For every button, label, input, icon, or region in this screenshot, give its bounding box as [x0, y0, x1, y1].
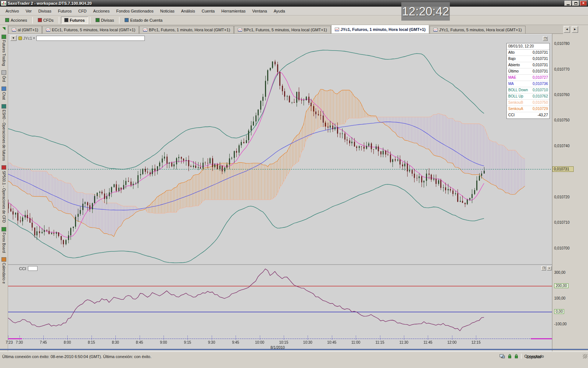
info-label: Alto [508, 50, 514, 56]
time-axis-tick [187, 336, 188, 340]
chart-menu-dropdown-button[interactable]: ▼ [10, 35, 17, 41]
info-value: -43,27 [538, 112, 548, 118]
cci-parameter-input[interactable] [28, 266, 37, 271]
sidebar-item-forex-board[interactable]: Forex Board [1, 227, 6, 253]
panel-collapse-icon[interactable]: ◥ [2, 26, 5, 31]
chart-tab-ecc1-futuros-5-minutos-hora-loca[interactable]: ECc1, Futuros, 5 minutos, Hora local (GM… [42, 26, 139, 33]
cci-axis-label: 100,00 [554, 296, 566, 300]
info-row-boll-up: BOLL Up0,010762 [507, 93, 549, 100]
menu-divisas[interactable]: Divisas [35, 8, 54, 14]
chart-tab-jyc1-futuros-1-minuto-hora-local[interactable]: JYc1, Futuros, 1 minuto, Hora local (GMT… [331, 25, 429, 33]
close-button[interactable]: × [580, 1, 587, 6]
tab-label: ECc1, Futuros, 5 minutos, Hora local (GM… [52, 28, 135, 32]
saxotrader-window: SaxoTrader 2 - workspace.DTS.7.100.IKH.2… [0, 0, 588, 368]
network-icon[interactable] [499, 354, 505, 358]
chart-icon [143, 28, 147, 32]
menu-archivo[interactable]: Archivo [2, 8, 22, 14]
sidebar-item-futures-trading[interactable]: Futures Trading [1, 35, 6, 66]
chart-tab-bpc1-futuros-1-minuto-hora-local[interactable]: BPc1, Futuros, 1 minuto, Hora local (GMT… [139, 26, 234, 33]
info-label: CCI [508, 112, 514, 118]
sidebar-item-esh0-operaciones-de-futuro[interactable]: ESH0 - Operaciones de futuros [1, 104, 6, 161]
time-axis-tick [380, 336, 380, 340]
time-axis-tick [164, 336, 164, 340]
sidebar-label: SP500.1 - Operaciones de CFD [2, 171, 6, 223]
language-indicator[interactable]: Español [526, 355, 541, 359]
minimize-button[interactable] [564, 1, 571, 6]
futures-trade-icon [1, 104, 6, 109]
lock-icon[interactable] [508, 354, 512, 358]
menu-analisis[interactable]: Análisis [178, 8, 198, 14]
axis-range-marker[interactable] [531, 338, 552, 339]
estado-de-cuenta-icon [125, 18, 129, 22]
menu-noticias[interactable]: Noticias [157, 8, 178, 14]
chart-tab-jyc1-futuros-5-minutos-hora-loca[interactable]: JYc1, Futuros, 5 minutos, Hora local (GM… [430, 26, 526, 33]
status-bar: Última conexión con éxito: 08-ene-2010 6… [0, 351, 588, 368]
price-pane-restore-button[interactable]: ❐ [543, 36, 548, 41]
resize-grip[interactable] [583, 354, 587, 358]
menu-acciones[interactable]: Acciones [90, 8, 113, 14]
info-value: 0,010710 [533, 87, 548, 93]
time-axis-baseline [8, 339, 552, 339]
chart-tab-strip: al (GMT+1)ECc1, Futuros, 5 minutos, Hora… [8, 25, 563, 34]
time-axis-tick [260, 336, 260, 340]
cci-chart-canvas[interactable] [8, 265, 552, 338]
cci-pane-restore-button[interactable]: ❐ [541, 266, 546, 270]
sidebar-item-chat[interactable]: Chat [1, 86, 6, 100]
info-value: 0,010762 [533, 93, 548, 99]
menu-fondos-gestionados[interactable]: Fondos Gestionados [113, 8, 157, 14]
price-chart-canvas[interactable] [8, 35, 552, 264]
menu-cuenta[interactable]: Cuenta [198, 8, 218, 14]
toolbar-acciones[interactable]: Acciones [2, 17, 31, 24]
cci-pane-close-button[interactable]: × [547, 266, 552, 270]
status-message: Última conexión con éxito: 08-ene-2010 6… [2, 354, 151, 359]
info-value: 0,010736 [533, 81, 548, 87]
axis-range-marker[interactable] [8, 338, 22, 339]
lock-icon[interactable] [514, 354, 518, 358]
chart-tab-bpc1-futuros-5-minutos-hora-loca[interactable]: BPc1, Futuros, 5 minutos, Hora local (GM… [234, 26, 331, 33]
restore-icon [574, 2, 577, 5]
toolbar-label: CFDs [43, 18, 54, 22]
chevron-down-icon: ▾ [33, 36, 35, 40]
chart-search-input[interactable] [36, 36, 145, 41]
info-value: 0,010731 [533, 68, 548, 74]
tab-scroll-right-button[interactable]: ► [572, 26, 578, 33]
toolbar-divisas[interactable]: Divisas [92, 17, 117, 24]
window-controls: × [564, 1, 588, 6]
sidebar-label: Chat [2, 92, 6, 100]
time-axis-tick [284, 336, 284, 340]
tab-label: BPc1, Futuros, 1 minuto, Hora local (GMT… [149, 28, 230, 32]
info-timestamp: 08/01/10, 12:20 [507, 43, 549, 50]
menu-herramientas[interactable]: Herramientas [218, 8, 249, 14]
time-axis-tick [308, 336, 308, 340]
toolbar-cfds[interactable]: CFDs [35, 17, 57, 24]
info-label: Último [508, 68, 519, 74]
tab-scroll-left-button[interactable]: ◄ [564, 26, 570, 33]
toolbar-label: Divisas [101, 18, 114, 22]
menu-cfd[interactable]: CFD [75, 8, 90, 14]
chart-tab-al-gmt-1[interactable]: al (GMT+1) [8, 26, 42, 33]
time-axis-label: 11:30 [398, 340, 410, 344]
sidebar-label: Futures Trading [2, 40, 6, 66]
ohlc-info-panel: 08/01/10, 12:20Alto0,010731Bajo0,010731A… [506, 43, 550, 119]
menu-futuros[interactable]: Futuros [55, 8, 75, 14]
price-axis-label: 0,010750 [554, 118, 570, 122]
time-axis-label: 9:00 [157, 340, 170, 344]
toolbar-separator [59, 17, 59, 24]
toolbar-estado-de-cuenta[interactable]: Estado de Cuenta [121, 17, 166, 24]
cci-label: CCI [19, 266, 26, 271]
sidebar-item-sp500-1-operaciones-de-cfd[interactable]: SP500.1 - Operaciones de CFD [1, 165, 6, 223]
sidebar-item-ord[interactable]: Órd [1, 70, 6, 82]
time-axis-label: 11:15 [374, 340, 386, 344]
menu-ver[interactable]: Ver [22, 8, 35, 14]
price-axis-label: 0,010740 [554, 144, 570, 148]
info-value: 0,010729 [533, 106, 548, 112]
menu-ventana[interactable]: Ventana [249, 8, 270, 14]
time-axis-tick [332, 336, 332, 340]
restore-button[interactable] [572, 1, 579, 6]
time-axis-label: 11:45 [422, 340, 434, 344]
sidebar-item-calendario-e[interactable]: Calendario e [1, 257, 6, 284]
cci-axis-label: 300,00 [554, 270, 566, 275]
toolbar-futuros[interactable]: Futuros [61, 17, 88, 24]
menu-ayuda[interactable]: Ayuda [270, 8, 288, 14]
symbol-selector[interactable]: JYc1 ▾ [18, 36, 35, 40]
